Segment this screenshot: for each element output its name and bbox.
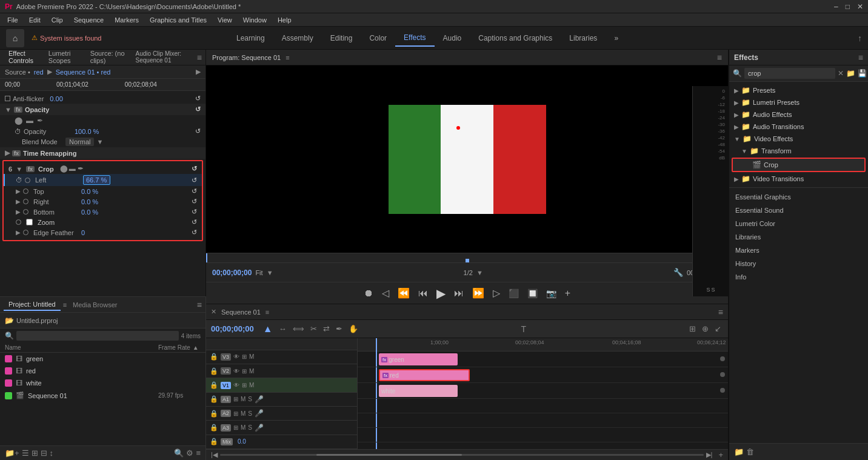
tl-filter-icon[interactable]: ⊞ xyxy=(687,323,698,335)
timeline-timecode[interactable]: 00;00;00;00 xyxy=(211,324,254,333)
track-v3-lock[interactable]: 🔒 xyxy=(210,353,218,361)
panel-menu-icon[interactable]: ≡ xyxy=(197,53,202,62)
tree-audio-effects[interactable]: ▶ 📁 Audio Effects xyxy=(729,108,868,121)
project-item-green[interactable]: 🎞 green xyxy=(0,353,205,365)
crop-right-value[interactable]: 0.0 % xyxy=(81,198,98,205)
clip-green[interactable]: fx green xyxy=(379,353,458,365)
track-v2-eye[interactable]: 👁 xyxy=(233,368,239,375)
crop-top-reset[interactable]: ↺ xyxy=(192,187,197,195)
nav-captions[interactable]: Captions and Graphics xyxy=(470,30,561,46)
transport-snap[interactable]: 📷 xyxy=(544,287,558,299)
tree-video-transitions[interactable]: ▶ 📁 Video Transitions xyxy=(729,173,868,185)
effects-new-folder-btn[interactable]: 📁 xyxy=(734,447,744,456)
transport-mark-out[interactable]: ◁ xyxy=(380,286,391,300)
timeline-playhead[interactable] xyxy=(376,338,377,352)
track-v1-lock[interactable]: 🔒 xyxy=(210,381,218,389)
tree-presets[interactable]: ▶ 📁 Presets xyxy=(729,84,868,96)
track-v3-label[interactable]: V3 xyxy=(221,353,231,361)
nav-color[interactable]: Color xyxy=(361,30,395,46)
track-a2-mic[interactable]: 🎤 xyxy=(255,409,264,418)
crop-header[interactable]: 6 ▼ fx Crop ⬤ ▬ ✒ ↺ xyxy=(4,164,202,174)
track-v1-mute[interactable]: M xyxy=(249,382,254,388)
effects-save-icon[interactable]: 💾 xyxy=(858,69,867,78)
source-clip-name[interactable]: red xyxy=(34,68,44,76)
export-icon[interactable]: ↑ xyxy=(858,33,862,43)
transport-mark-in[interactable]: ⏺ xyxy=(362,287,375,300)
monitor-fraction-arrow[interactable]: ▼ xyxy=(476,269,483,276)
link-markers[interactable]: Markers xyxy=(729,244,868,257)
timeline-close-icon[interactable]: ✕ xyxy=(211,308,216,316)
track-v3-mute[interactable]: M xyxy=(249,353,254,360)
monitor-settings-icon[interactable]: ≡ xyxy=(285,54,289,61)
tl-hand[interactable]: ✋ xyxy=(347,323,360,335)
track-a1-s[interactable]: S xyxy=(248,396,252,402)
track-mix-lock[interactable]: 🔒 xyxy=(210,438,218,445)
track-a3-eye[interactable]: ⊞ xyxy=(233,424,238,431)
effects-search-clear[interactable]: ✕ xyxy=(838,69,844,78)
crop-bottom-reset[interactable]: ↺ xyxy=(192,208,197,216)
transport-step-fwd[interactable]: ⏭ xyxy=(452,287,466,300)
crop-bottom-value[interactable]: 0.0 % xyxy=(81,208,98,216)
system-alert[interactable]: ⚠ System issues found xyxy=(32,34,102,42)
menu-sequence[interactable]: Sequence xyxy=(69,15,109,25)
track-a1-eye[interactable]: ⊞ xyxy=(233,396,238,402)
menu-markers[interactable]: Markers xyxy=(110,15,144,25)
clip-white[interactable]: white xyxy=(379,385,458,397)
clip-red[interactable]: fx red xyxy=(379,369,470,381)
tab-media-browser[interactable]: Media Browser xyxy=(68,299,122,310)
opacity-section-header[interactable]: ▼ fx Opacity ↺ xyxy=(0,104,205,115)
track-v3-eye[interactable]: 👁 xyxy=(233,353,239,360)
menu-window[interactable]: Window xyxy=(238,15,272,25)
proj-new-bin-btn[interactable]: 📁+ xyxy=(5,448,19,458)
nav-editing[interactable]: Editing xyxy=(322,30,361,46)
timeline-start-icon[interactable]: |◀ xyxy=(211,451,218,459)
tl-track-select[interactable]: ↔ xyxy=(277,323,289,335)
tree-crop-item[interactable]: 🎬 Crop xyxy=(732,158,866,172)
tab-source[interactable]: Source: (no clips) xyxy=(85,48,130,67)
menu-graphics-titles[interactable]: Graphics and Titles xyxy=(145,15,212,25)
tl-slip[interactable]: ⇄ xyxy=(321,323,332,335)
proj-path-icon[interactable]: 📂 xyxy=(5,316,14,325)
proj-metadata-btn[interactable]: ⚙ xyxy=(186,448,193,458)
crop-top-value[interactable]: 0.0 % xyxy=(81,188,98,195)
tl-type-tool[interactable]: T xyxy=(519,323,529,335)
transport-go-out[interactable]: ⏩ xyxy=(470,286,486,300)
track-v1-eye[interactable]: 👁 xyxy=(233,382,239,388)
transport-add[interactable]: + xyxy=(563,287,572,300)
monitor-menu-icon[interactable]: ≡ xyxy=(717,53,722,62)
timeline-menu-icon[interactable]: ≡ xyxy=(718,307,723,317)
antiflicker-row[interactable]: Anti-flicker 0.00 ↺ xyxy=(0,93,205,104)
track-v2-sync[interactable]: ⊞ xyxy=(242,368,247,375)
tab-lumetri-scopes[interactable]: Lumetri Scopes xyxy=(44,48,84,67)
tab-audio-clip-mixer[interactable]: Audio Clip Mixer: Sequence 01 xyxy=(131,48,196,67)
crop-right-row[interactable]: ▶ Right 0.0 % ↺ xyxy=(4,196,202,207)
crop-reset[interactable]: ↺ xyxy=(192,165,197,173)
crop-top-row[interactable]: ▶ Top 0.0 % ↺ xyxy=(4,186,202,196)
source-seq-name[interactable]: Sequence 01 • red xyxy=(56,68,111,76)
menu-clip[interactable]: Clip xyxy=(47,15,68,25)
opacity-value-row[interactable]: ⏱ Opacity 100.0 % ↺ xyxy=(0,126,205,136)
track-v2-mute[interactable]: M xyxy=(249,368,254,375)
project-panel-menu[interactable]: ≡ xyxy=(197,300,202,310)
track-a3-label[interactable]: A3 xyxy=(221,424,231,432)
tree-video-effects[interactable]: ▼ 📁 Video Effects xyxy=(729,133,868,145)
maximize-button[interactable]: □ xyxy=(846,2,850,11)
proj-search-btn[interactable]: 🔍 xyxy=(174,448,184,458)
link-history[interactable]: History xyxy=(729,257,868,270)
crop-left-value[interactable]: 66.7 % xyxy=(83,175,110,185)
time-remapping-header[interactable]: ▶ fx Time Remapping xyxy=(0,147,205,159)
close-button[interactable]: ✕ xyxy=(857,2,863,11)
link-libraries[interactable]: Libraries xyxy=(729,230,868,244)
transport-go-in[interactable]: ⏪ xyxy=(396,286,412,300)
proj-list-view-btn[interactable]: ☰ xyxy=(22,448,29,458)
effects-delete-btn[interactable]: 🗑 xyxy=(746,447,754,456)
proj-settings-btn[interactable]: ≡ xyxy=(196,448,201,458)
timeline-add-track-icon[interactable]: + xyxy=(718,450,723,459)
tree-transform[interactable]: ▼ 📁 Transform xyxy=(729,145,868,157)
blend-mode-row[interactable]: Blend Mode Normal ▼ xyxy=(0,136,205,147)
crop-left-reset[interactable]: ↺ xyxy=(192,176,197,184)
crop-edge-feather-row[interactable]: ▶ Edge Feather 0 ↺ xyxy=(4,227,202,238)
track-v1-label[interactable]: V1 xyxy=(221,382,231,389)
transport-safe[interactable]: 🔲 xyxy=(526,287,539,299)
crop-bottom-row[interactable]: ▶ Bottom 0.0 % ↺ xyxy=(4,207,202,217)
